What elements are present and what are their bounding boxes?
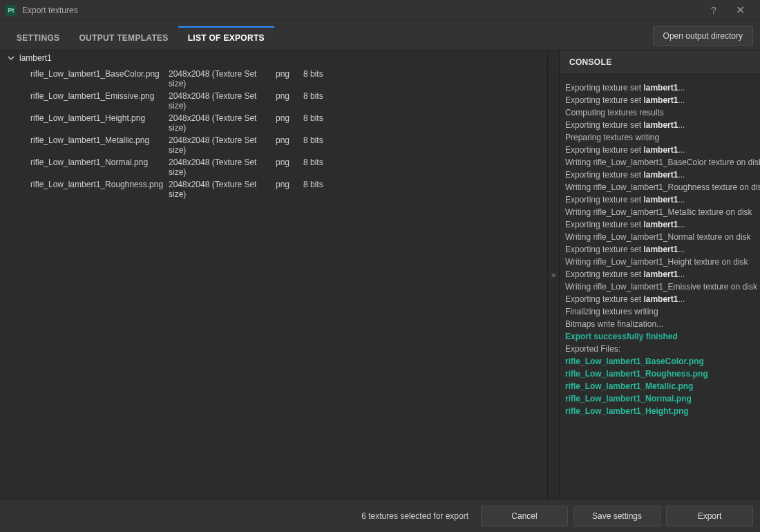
file-format: png bbox=[276, 91, 296, 111]
console-line: Writing rifle_Low_lambert1_Emissive text… bbox=[565, 281, 754, 293]
file-row[interactable]: rifle_Low_lambert1_Roughness.png2048x204… bbox=[30, 178, 547, 200]
console-line: Exporting texture set lambert1... bbox=[565, 82, 754, 94]
console-line: Exporting texture set lambert1... bbox=[565, 243, 754, 256]
file-row[interactable]: rifle_Low_lambert1_Metallic.png2048x2048… bbox=[30, 134, 547, 156]
file-format: png bbox=[276, 69, 296, 88]
file-name: rifle_Low_lambert1_Roughness.png bbox=[30, 180, 162, 199]
file-bits: 8 bits bbox=[303, 69, 334, 88]
close-button[interactable]: ✕ bbox=[727, 1, 753, 20]
console-title: CONSOLE bbox=[560, 50, 760, 75]
exported-file-link[interactable]: rifle_Low_lambert1_Height.png bbox=[565, 405, 754, 417]
panel-splitter[interactable]: » bbox=[547, 50, 560, 499]
chevron-down-icon bbox=[7, 54, 15, 62]
file-row[interactable]: rifle_Low_lambert1_Emissive.png2048x2048… bbox=[30, 90, 547, 112]
console-line: Exporting texture set lambert1... bbox=[565, 268, 754, 281]
file-size: 2048x2048 (Texture Set size) bbox=[169, 91, 269, 111]
console-line: Exporting texture set lambert1... bbox=[565, 293, 754, 305]
console-line: Writing rifle_Low_lambert1_Normal textur… bbox=[565, 231, 754, 243]
file-bits: 8 bits bbox=[303, 135, 334, 155]
file-name: rifle_Low_lambert1_BaseColor.png bbox=[30, 69, 162, 88]
file-size: 2048x2048 (Texture Set size) bbox=[169, 69, 269, 88]
console-line: Export successfully finished bbox=[565, 330, 754, 343]
console-line: Writing rifle_Low_lambert1_Roughness tex… bbox=[565, 181, 754, 193]
console-line: Writing rifle_Low_lambert1_BaseColor tex… bbox=[565, 156, 754, 169]
exported-file-link[interactable]: rifle_Low_lambert1_Normal.png bbox=[565, 392, 754, 405]
window-title: Export textures bbox=[22, 6, 78, 15]
app-icon: Pt bbox=[6, 5, 17, 16]
export-list-panel: lambert1 rifle_Low_lambert1_BaseColor.pn… bbox=[0, 50, 547, 499]
exported-file-link[interactable]: rifle_Low_lambert1_Roughness.png bbox=[565, 368, 754, 380]
file-name: rifle_Low_lambert1_Height.png bbox=[30, 113, 162, 133]
tab-output-templates[interactable]: OUTPUT TEMPLATES bbox=[69, 28, 178, 50]
file-size: 2048x2048 (Texture Set size) bbox=[169, 180, 269, 199]
file-bits: 8 bits bbox=[303, 158, 334, 177]
cancel-button[interactable]: Cancel bbox=[481, 506, 568, 526]
tab-settings[interactable]: SETTINGS bbox=[7, 28, 69, 50]
top-row: SETTINGS OUTPUT TEMPLATES LIST OF EXPORT… bbox=[0, 21, 760, 50]
texture-set-header[interactable]: lambert1 bbox=[0, 50, 547, 66]
console-line: Bitmaps write finalization... bbox=[565, 318, 754, 330]
file-name: rifle_Low_lambert1_Normal.png bbox=[30, 158, 162, 177]
help-button[interactable]: ? bbox=[701, 1, 727, 20]
file-name: rifle_Low_lambert1_Metallic.png bbox=[30, 135, 162, 155]
file-size: 2048x2048 (Texture Set size) bbox=[169, 113, 269, 133]
console-line: Exporting texture set lambert1... bbox=[565, 218, 754, 231]
file-table: rifle_Low_lambert1_BaseColor.png2048x204… bbox=[0, 66, 547, 200]
console-line: Writing rifle_Low_lambert1_Height textur… bbox=[565, 256, 754, 268]
file-row[interactable]: rifle_Low_lambert1_Height.png2048x2048 (… bbox=[30, 112, 547, 134]
tabs: SETTINGS OUTPUT TEMPLATES LIST OF EXPORT… bbox=[7, 21, 274, 50]
file-row[interactable]: rifle_Low_lambert1_Normal.png2048x2048 (… bbox=[30, 156, 547, 178]
file-bits: 8 bits bbox=[303, 91, 334, 111]
footer: 6 textures selected for export Cancel Sa… bbox=[0, 499, 760, 532]
console-line: Exporting texture set lambert1... bbox=[565, 193, 754, 206]
export-button[interactable]: Export bbox=[666, 506, 753, 526]
file-size: 2048x2048 (Texture Set size) bbox=[169, 135, 269, 155]
expand-right-icon: » bbox=[551, 270, 556, 280]
file-bits: 8 bits bbox=[303, 113, 334, 133]
exported-file-link[interactable]: rifle_Low_lambert1_Metallic.png bbox=[565, 380, 754, 392]
console-line: Preparing textures writing bbox=[565, 131, 754, 144]
file-format: png bbox=[276, 135, 296, 155]
file-bits: 8 bits bbox=[303, 180, 334, 199]
console-body: Exporting texture set lambert1...Exporti… bbox=[560, 75, 760, 499]
tab-list-of-exports[interactable]: LIST OF EXPORTS bbox=[178, 26, 274, 50]
exported-file-link[interactable]: rifle_Low_lambert1_BaseColor.png bbox=[565, 355, 754, 368]
save-settings-button[interactable]: Save settings bbox=[573, 506, 661, 526]
file-size: 2048x2048 (Texture Set size) bbox=[169, 158, 269, 177]
console-line: Exported Files: bbox=[565, 343, 754, 355]
open-output-directory-button[interactable]: Open output directory bbox=[653, 26, 753, 46]
file-format: png bbox=[276, 158, 296, 177]
file-format: png bbox=[276, 180, 296, 199]
console-line: Writing rifle_Low_lambert1_Metallic text… bbox=[565, 206, 754, 218]
console-line: Exporting texture set lambert1... bbox=[565, 169, 754, 181]
console-line: Exporting texture set lambert1... bbox=[565, 94, 754, 106]
titlebar: Pt Export textures ? ✕ bbox=[0, 0, 760, 21]
console-line: Finalizing textures writing bbox=[565, 305, 754, 318]
console-line: Exporting texture set lambert1... bbox=[565, 119, 754, 131]
console-panel: CONSOLE Exporting texture set lambert1..… bbox=[560, 50, 760, 499]
main-area: lambert1 rifle_Low_lambert1_BaseColor.pn… bbox=[0, 50, 760, 499]
file-format: png bbox=[276, 113, 296, 133]
footer-status: 6 textures selected for export bbox=[361, 511, 468, 521]
file-name: rifle_Low_lambert1_Emissive.png bbox=[30, 91, 162, 111]
texture-set-name: lambert1 bbox=[19, 53, 52, 63]
console-line: Exporting texture set lambert1... bbox=[565, 144, 754, 156]
file-row[interactable]: rifle_Low_lambert1_BaseColor.png2048x204… bbox=[30, 68, 547, 90]
console-line: Computing textures results bbox=[565, 106, 754, 119]
